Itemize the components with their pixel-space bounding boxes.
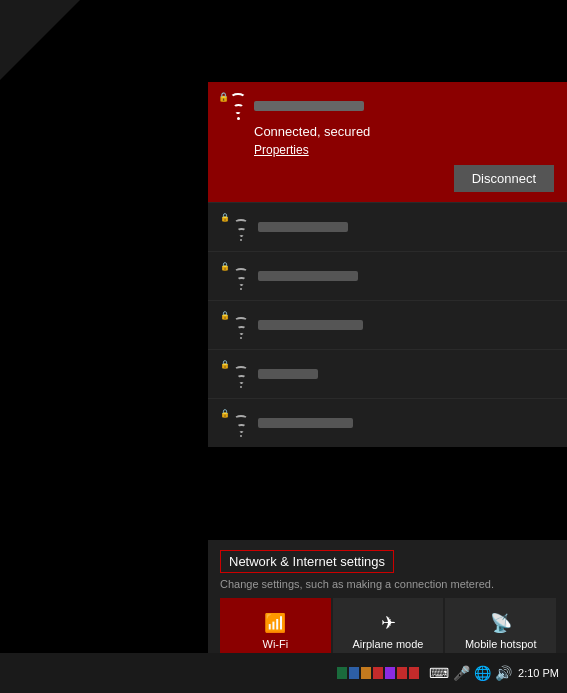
taskbar-color-boxes bbox=[337, 667, 419, 679]
mic-icon[interactable]: 🎤 bbox=[453, 665, 470, 681]
color-box-4 bbox=[373, 667, 383, 679]
wifi-small-3 bbox=[234, 317, 248, 339]
lock-icon-2: 🔒 bbox=[220, 262, 230, 271]
settings-description: Change settings, such as making a connec… bbox=[220, 578, 556, 590]
network-icon[interactable]: 🌐 bbox=[474, 665, 491, 681]
triangle-decoration bbox=[0, 0, 80, 80]
color-box-2 bbox=[349, 667, 359, 679]
network-name-3 bbox=[258, 320, 363, 330]
wifi-small-5 bbox=[234, 415, 248, 437]
color-box-3 bbox=[361, 667, 371, 679]
connected-network-item[interactable]: 🔒 Connected, secured Properties Disconne… bbox=[208, 82, 567, 202]
hotspot-tile-icon: 📡 bbox=[490, 612, 512, 634]
wifi-small-1 bbox=[234, 219, 248, 241]
lock-icon: 🔒 bbox=[218, 92, 229, 102]
network-name-5 bbox=[258, 418, 353, 428]
network-name-1 bbox=[258, 222, 348, 232]
airplane-tile-label: Airplane mode bbox=[353, 638, 424, 650]
lock-icon-3: 🔒 bbox=[220, 311, 230, 320]
network-icon-4: 🔒 bbox=[220, 360, 248, 388]
properties-link[interactable]: Properties bbox=[254, 143, 309, 157]
time: 2:10 PM bbox=[518, 667, 559, 679]
network-item[interactable]: 🔒 bbox=[208, 251, 567, 300]
color-box-6 bbox=[397, 667, 407, 679]
network-icon-2: 🔒 bbox=[220, 262, 248, 290]
hotspot-tile-label: Mobile hotspot bbox=[465, 638, 537, 650]
lock-icon-1: 🔒 bbox=[220, 213, 230, 222]
keyboard-icon[interactable]: ⌨ bbox=[429, 665, 449, 681]
network-item[interactable]: 🔒 bbox=[208, 202, 567, 251]
network-name-2 bbox=[258, 271, 358, 281]
connected-network-name-bar bbox=[254, 101, 364, 111]
network-settings-link[interactable]: Network & Internet settings bbox=[220, 550, 394, 573]
network-item[interactable]: 🔒 bbox=[208, 398, 567, 447]
wifi-tile-label: Wi-Fi bbox=[263, 638, 289, 650]
taskbar: ⌨ 🎤 🌐 🔊 2:10 PM bbox=[0, 653, 567, 693]
connected-wifi-icon: 🔒 bbox=[218, 92, 246, 120]
network-icon-5: 🔒 bbox=[220, 409, 248, 437]
connection-status: Connected, secured bbox=[254, 124, 556, 139]
disconnect-row: Disconnect bbox=[218, 165, 556, 192]
lock-icon-5: 🔒 bbox=[220, 409, 230, 418]
color-box-7 bbox=[409, 667, 419, 679]
wifi-tile-icon: 📶 bbox=[264, 612, 286, 634]
disconnect-button[interactable]: Disconnect bbox=[454, 165, 554, 192]
network-item[interactable]: 🔒 bbox=[208, 349, 567, 398]
clock[interactable]: 2:10 PM bbox=[518, 667, 559, 679]
wifi-waves bbox=[230, 93, 246, 120]
airplane-tile-icon: ✈ bbox=[381, 612, 396, 634]
network-panel: 🔒 Connected, secured Properties Disconne… bbox=[208, 82, 567, 447]
volume-icon[interactable]: 🔊 bbox=[495, 665, 512, 681]
wifi-small-4 bbox=[234, 366, 248, 388]
network-icon-1: 🔒 bbox=[220, 213, 248, 241]
color-box-1 bbox=[337, 667, 347, 679]
network-name-4 bbox=[258, 369, 318, 379]
bottom-section: Network & Internet settings Change setti… bbox=[208, 540, 567, 663]
taskbar-icons: ⌨ 🎤 🌐 🔊 bbox=[429, 665, 512, 681]
network-icon-3: 🔒 bbox=[220, 311, 248, 339]
lock-icon-4: 🔒 bbox=[220, 360, 230, 369]
network-item[interactable]: 🔒 bbox=[208, 300, 567, 349]
color-box-5 bbox=[385, 667, 395, 679]
wifi-small-2 bbox=[234, 268, 248, 290]
